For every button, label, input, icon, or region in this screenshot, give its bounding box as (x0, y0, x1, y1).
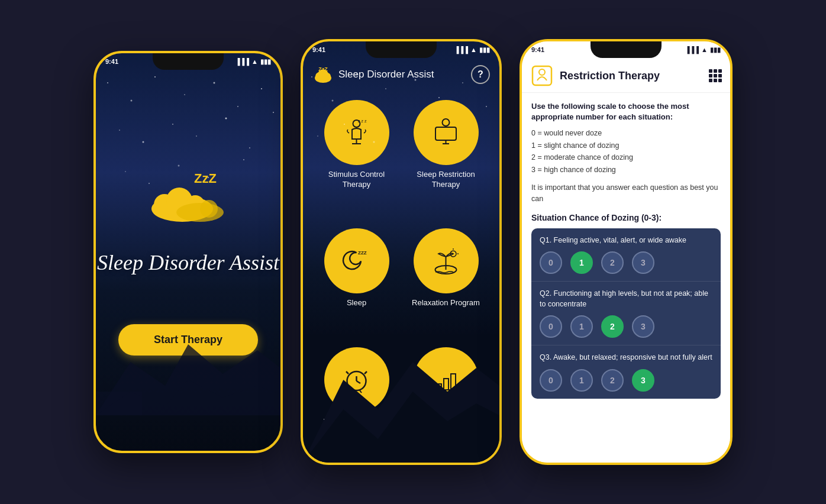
status-icons-2: ▐▐▐ ▲ ▮▮▮ (454, 46, 490, 54)
menu-label-relaxation: Relaxation Program (412, 298, 480, 308)
restriction-icon (430, 117, 462, 149)
svg-text:ZZZ: ZZZ (358, 250, 367, 256)
svg-rect-68 (437, 384, 441, 390)
svg-point-52 (443, 119, 450, 126)
wifi-icon-3: ▲ (701, 46, 708, 53)
menu-circle-relaxation (414, 228, 479, 293)
wifi-icon: ▲ (251, 58, 258, 65)
svg-point-28 (200, 200, 218, 218)
q2-answer-2[interactable]: 2 (601, 315, 624, 338)
dashboard-icon (430, 363, 462, 396)
svg-line-64 (346, 371, 349, 374)
svg-line-66 (351, 390, 353, 393)
q1-answer-1[interactable]: 1 (570, 251, 593, 274)
therapy-body: Use the following scale to choose the mo… (522, 93, 730, 463)
menu-item-sleep[interactable]: ZZZ Sleep (318, 228, 395, 335)
phone-therapy: 9:41 ▐▐▐ ▲ ▮▮▮ Restriction Therapy (520, 39, 733, 465)
q3-answer-1[interactable]: 1 (570, 369, 593, 392)
q1-answer-2[interactable]: 2 (601, 251, 624, 274)
q2-answer-1[interactable]: 1 (570, 315, 593, 338)
question-block-q3: Q3. Awake, but relaxed; responsive but n… (531, 345, 721, 399)
menu-circle-restriction (414, 100, 479, 165)
svg-rect-69 (444, 379, 449, 390)
grid-cell (718, 79, 722, 82)
menu-item-dashboard[interactable]: Dashboard (407, 347, 485, 454)
therapy-header: Restriction Therapy (522, 59, 730, 93)
app-logo: ZzZ (312, 64, 334, 85)
app-title: Sleep Disorder Assist (338, 69, 434, 80)
svg-text:z z z: z z z (358, 119, 367, 123)
logo-svg: ZzZ (141, 166, 235, 225)
menu-item-relaxation[interactable]: Relaxation Program (407, 228, 485, 335)
svg-point-73 (539, 69, 545, 75)
q1-answer-0[interactable]: 0 (540, 251, 562, 274)
status-icons-1: ▐▐▐ ▲ ▮▮▮ (235, 58, 271, 66)
phone-splash: 9:41 ▐▐▐ ▲ ▮▮▮ (93, 51, 283, 453)
menu-label-restriction: Sleep Restriction Therapy (407, 170, 485, 190)
q2-answer-3[interactable]: 3 (632, 315, 654, 338)
svg-point-45 (324, 73, 331, 80)
stimulus-icon: z z z (340, 117, 373, 149)
menu-grid: z z z Stimulus Control Therapy (303, 91, 499, 463)
splash-title: Sleep Disorder Assist (97, 249, 279, 277)
menu-item-revive[interactable]: Revive Cycle Alarm (318, 347, 395, 454)
q3-answer-2[interactable]: 2 (601, 369, 624, 392)
menu-circle-revive (324, 347, 389, 412)
menu-label-stimulus: Stimulus Control Therapy (318, 170, 395, 190)
question-text-q1: Q1. Feeling active, vital, alert, or wid… (540, 235, 712, 246)
menu-label-dashboard: Dashboard (427, 417, 465, 427)
notch-3 (591, 41, 662, 58)
svg-line-63 (357, 381, 361, 383)
important-note: It is important that you answer each que… (531, 182, 721, 205)
relaxation-icon (430, 245, 462, 277)
section-heading: Situation Chance of Dozing (0-3): (531, 213, 721, 222)
wifi-icon-2: ▲ (470, 46, 477, 53)
q1-answer-3[interactable]: 3 (632, 251, 654, 274)
therapy-header-icon (530, 64, 554, 88)
svg-rect-51 (435, 127, 456, 140)
battery-icon: ▮▮▮ (260, 58, 271, 66)
grid-cell (714, 74, 717, 77)
battery-icon-2: ▮▮▮ (479, 46, 490, 54)
grid-cell (709, 69, 712, 73)
revive-icon (340, 363, 373, 396)
menu-circle-dashboard (414, 347, 479, 412)
svg-rect-70 (451, 374, 456, 390)
notch-2 (366, 41, 437, 58)
question-text-q2: Q2. Functioning at high levels, but not … (540, 289, 712, 309)
logo-area: ZzZ (141, 166, 235, 225)
status-time-1: 9:41 (105, 58, 118, 65)
scale-item-3: 3 = high chance of dozing (531, 165, 721, 176)
svg-text:ZzZ: ZzZ (318, 66, 328, 72)
grid-cell (709, 74, 712, 77)
menu-label-revive: Revive Cycle Alarm (323, 417, 390, 427)
app-header-left: ZzZ Sleep Disorder Assist (312, 64, 434, 85)
menu-label-sleep: Sleep (347, 298, 366, 308)
help-button[interactable]: ? (471, 65, 490, 84)
answer-row-q2: 0 1 2 3 (540, 315, 712, 338)
menu-item-restriction[interactable]: Sleep Restriction Therapy (407, 100, 485, 217)
grid-cell (718, 69, 722, 73)
phones-container: 9:41 ▐▐▐ ▲ ▮▮▮ (82, 27, 744, 477)
start-therapy-button[interactable]: Start Therapy (118, 324, 258, 356)
q3-answer-0[interactable]: 0 (540, 369, 562, 392)
questions-container: Q1. Feeling active, vital, alert, or wid… (531, 228, 721, 399)
q2-answer-0[interactable]: 0 (540, 315, 562, 338)
q3-answer-3[interactable]: 3 (632, 369, 654, 392)
grid-icon[interactable] (709, 69, 722, 82)
status-time-3: 9:41 (531, 46, 544, 53)
signal-icon-2: ▐▐▐ (454, 46, 468, 53)
therapy-title: Restriction Therapy (560, 70, 703, 82)
svg-line-67 (360, 390, 362, 393)
menu-item-stimulus[interactable]: z z z Stimulus Control Therapy (318, 100, 395, 217)
menu-circle-sleep: ZZZ (324, 228, 389, 293)
phone-3-inner: Restriction Therapy Use the following sc… (522, 41, 730, 463)
sleep-icon: ZZZ (340, 245, 373, 277)
svg-text:ZzZ: ZzZ (194, 171, 217, 186)
scale-item-0: 0 = would never doze (531, 128, 721, 139)
splash-content: ZzZ Sleep Disorder Assist Start Therapy (96, 53, 280, 451)
phone-2-inner: ZzZ Sleep Disorder Assist ? (303, 41, 499, 463)
phone-menu: 9:41 ▐▐▐ ▲ ▮▮▮ (301, 39, 502, 465)
scale-items: 0 = would never doze 1 = slight chance o… (531, 128, 721, 175)
answer-row-q3: 0 1 2 3 (540, 369, 712, 392)
